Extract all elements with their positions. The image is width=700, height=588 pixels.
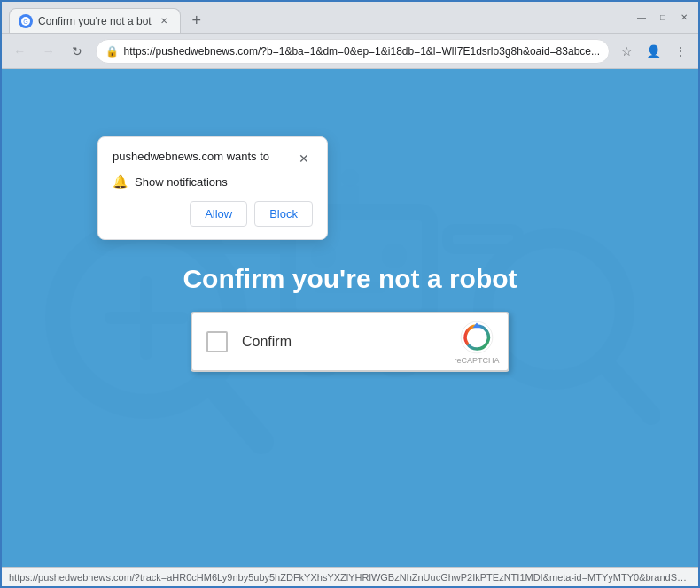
lock-icon: 🔒	[105, 45, 119, 58]
popup-buttons: Allow Block	[113, 201, 313, 227]
popup-header: pushedwebnews.com wants to ✕	[113, 150, 313, 167]
captcha-checkbox[interactable]	[206, 331, 228, 352]
notification-row: 🔔 Show notifications	[113, 174, 313, 189]
svg-rect-13	[447, 229, 518, 249]
svg-point-9	[341, 169, 359, 187]
svg-line-15	[607, 366, 651, 415]
bell-icon: 🔔	[113, 174, 128, 189]
window-controls: — □ ✕	[634, 11, 691, 25]
url-bar[interactable]: 🔒 https://pushedwebnews.com/?b=1&ba=1&dm…	[96, 39, 610, 64]
url-text: https://pushedwebnews.com/?b=1&ba=1&dm=0…	[124, 45, 600, 58]
status-text: https://pushedwebnews.com/?track=aHR0cHM…	[9, 572, 691, 583]
tab-favicon-icon: G	[19, 14, 33, 28]
recaptcha-logo: reCAPTCHA	[455, 321, 499, 365]
account-icon[interactable]: 👤	[643, 41, 665, 62]
minimize-button[interactable]: —	[634, 11, 649, 25]
tab-title: Confirm you're not a bot	[38, 15, 152, 27]
active-tab[interactable]: G Confirm you're not a bot ✕	[9, 8, 181, 33]
notification-popup: pushedwebnews.com wants to ✕ 🔔 Show noti…	[97, 136, 328, 240]
menu-icon[interactable]: ⋮	[670, 41, 691, 62]
reload-button[interactable]: ↻	[66, 40, 89, 63]
bookmark-icon[interactable]: ☆	[617, 41, 638, 62]
maximize-button[interactable]: □	[656, 11, 670, 25]
recaptcha-icon	[460, 321, 494, 354]
popup-close-button[interactable]: ✕	[295, 150, 313, 167]
url-actions: ☆ 👤 ⋮	[617, 41, 691, 62]
browser-window: G Confirm you're not a bot ✕ + — □ ✕ ← →…	[0, 0, 700, 588]
title-bar: G Confirm you're not a bot ✕ + — □ ✕	[2, 2, 698, 34]
recaptcha-text: reCAPTCHA	[455, 356, 500, 365]
address-bar: ← → ↻ 🔒 https://pushedwebnews.com/?b=1&b…	[2, 34, 698, 69]
svg-line-3	[213, 384, 261, 442]
svg-rect-8	[341, 185, 359, 216]
svg-text:G: G	[23, 19, 27, 25]
captcha-container: Confirm you're not a robot Confirm	[183, 264, 517, 372]
captcha-box: Confirm	[191, 312, 509, 372]
close-button[interactable]: ✕	[677, 11, 691, 25]
block-button[interactable]: Block	[254, 201, 313, 227]
tab-area: G Confirm you're not a bot ✕ +	[9, 2, 627, 33]
tab-close-button[interactable]: ✕	[157, 14, 171, 28]
allow-button[interactable]: Allow	[190, 201, 247, 227]
new-tab-button[interactable]: +	[184, 8, 209, 33]
page-content: pushedwebnews.com wants to ✕ 🔔 Show noti…	[2, 69, 698, 567]
status-bar: https://pushedwebnews.com/?track=aHR0cHM…	[2, 567, 698, 586]
forward-button[interactable]: →	[38, 40, 60, 63]
back-button[interactable]: ←	[9, 40, 31, 63]
popup-title: pushedwebnews.com wants to	[113, 150, 295, 163]
captcha-title: Confirm you're not a robot	[183, 264, 517, 294]
notification-description: Show notifications	[135, 175, 228, 189]
